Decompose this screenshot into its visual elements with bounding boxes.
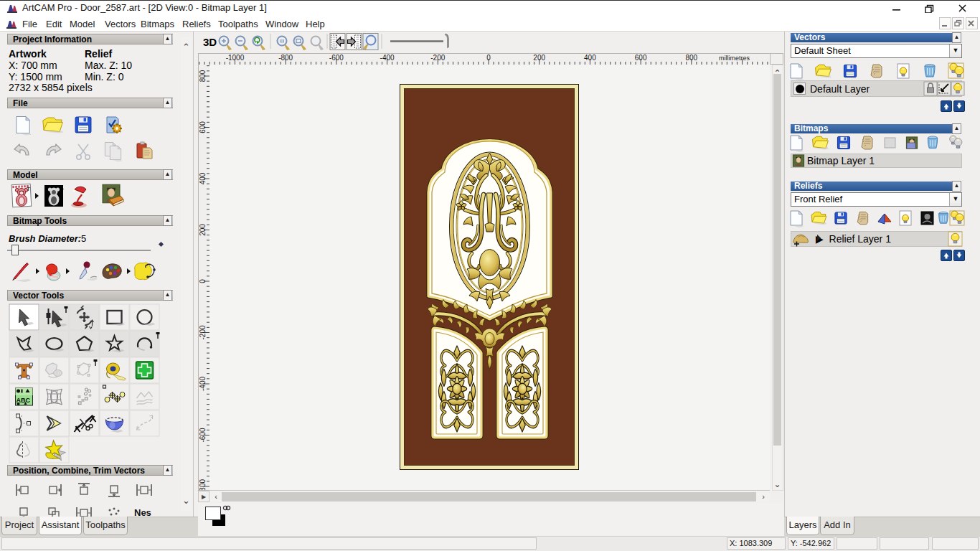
svg-text:600: 600 [199,121,207,133]
svg-text:Nes: Nes [134,507,151,517]
svg-text:400: 400 [584,54,596,62]
svg-text:0: 0 [486,54,491,62]
svg-text:T: T [27,186,30,192]
svg-text:400: 400 [199,172,207,184]
svg-text:800: 800 [199,70,207,82]
svg-text:3D: 3D [203,36,217,48]
svg-text:millimetres: millimetres [719,55,750,62]
svg-text:200: 200 [533,54,545,62]
svg-text:-800: -800 [199,479,207,490]
svg-text:600: 600 [635,54,647,62]
svg-text:-400: -400 [380,54,395,62]
svg-text:-1000: -1000 [226,54,245,62]
svg-text:-600: -600 [199,428,207,442]
svg-text:-600: -600 [329,54,344,62]
svg-text:T: T [60,187,64,194]
svg-text:800: 800 [685,54,697,62]
svg-text:-800: -800 [278,54,293,62]
svg-text:-400: -400 [199,377,207,391]
svg-text:0: 0 [199,279,207,283]
svg-text:-200: -200 [199,325,207,339]
svg-text:-200: -200 [430,54,445,62]
svg-text:200: 200 [199,224,207,236]
